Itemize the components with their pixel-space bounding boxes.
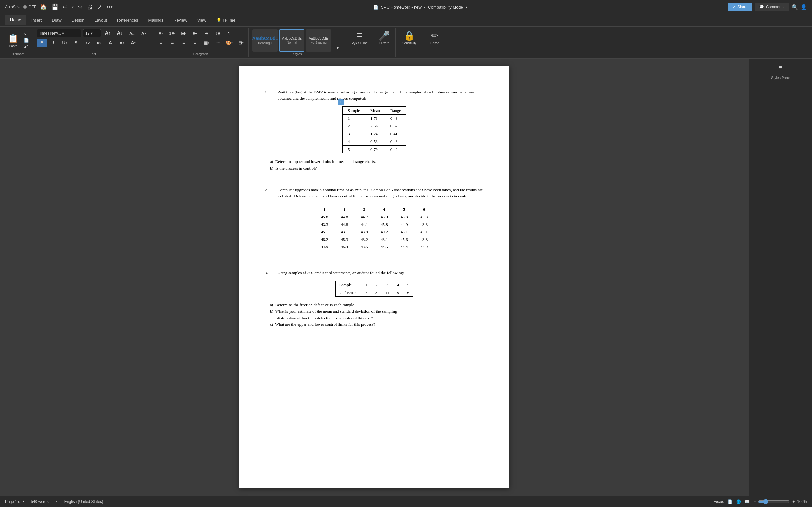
focus-button[interactable]: Focus xyxy=(714,499,724,504)
editor-button[interactable]: ✏ Editor xyxy=(428,29,441,46)
table-row: 3 1.24 0.41 xyxy=(343,130,406,138)
highlight-button[interactable]: A▾ xyxy=(117,39,127,47)
share-toggle-icon[interactable]: ↗ xyxy=(97,3,102,10)
decrease-indent-button[interactable]: ⇤ xyxy=(190,29,200,38)
zoom-in-icon[interactable]: + xyxy=(792,499,795,504)
undo-icon[interactable]: ↩ xyxy=(63,3,67,10)
zoom-out-icon[interactable]: − xyxy=(753,499,756,504)
zoom-level[interactable]: 100% xyxy=(797,499,807,504)
tab-review[interactable]: Review xyxy=(168,15,192,25)
title-bar-left: AutoSave OFF 🏠 💾 ↩ ▾ ↪ 🖨 ↗ ••• xyxy=(5,3,113,10)
no-spacing-preset[interactable]: AaBbCcDdE No Spacing xyxy=(306,30,331,52)
tab-mailings[interactable]: Mailings xyxy=(143,15,169,25)
align-left-button[interactable]: ≡ xyxy=(156,39,166,47)
font-color-button[interactable]: A xyxy=(105,39,115,47)
tab-tell-me[interactable]: 💡 Tell me xyxy=(211,15,241,25)
autosave-control[interactable]: AutoSave OFF xyxy=(5,5,36,9)
sensitivity-button[interactable]: 🔒 Sensitivity xyxy=(400,29,419,46)
t3-s5: 5 xyxy=(403,281,413,289)
t2r1c1: 45.8 xyxy=(315,213,335,221)
font-name-dropdown[interactable]: Times New... ▾ xyxy=(37,29,81,38)
align-center-button[interactable]: ≡ xyxy=(167,39,177,47)
home-icon[interactable]: 🏠 xyxy=(40,3,47,10)
cut-icon: ✂ xyxy=(24,32,27,37)
underline-button[interactable]: U▾ xyxy=(60,39,70,47)
comments-icon: 💬 xyxy=(759,5,764,9)
font-size-dropdown[interactable]: 12 ▾ xyxy=(83,29,101,38)
t2r1c5: 43.8 xyxy=(394,213,414,221)
tab-home[interactable]: Home xyxy=(5,15,26,25)
strikethrough-button[interactable]: S xyxy=(71,39,81,47)
bold-button[interactable]: B xyxy=(37,39,47,47)
print-layout-icon[interactable]: 📄 xyxy=(728,499,732,504)
superscript-button[interactable]: x2 xyxy=(94,39,104,47)
table-row: Sample 1 2 3 4 5 xyxy=(336,281,413,289)
multilevel-button[interactable]: ⊞▾ xyxy=(179,29,189,38)
font-grow-button[interactable]: A↑ xyxy=(103,29,113,38)
tab-view[interactable]: View xyxy=(192,15,211,25)
proofing-icon[interactable]: ✓ xyxy=(55,499,58,504)
tab-layout[interactable]: Layout xyxy=(90,15,112,25)
t2r1c3: 44.7 xyxy=(354,213,374,221)
profile-icon[interactable]: 👤 xyxy=(801,4,807,10)
subscript-button[interactable]: x2 xyxy=(83,39,93,47)
editor-icon: ✏ xyxy=(431,31,438,41)
doc-page[interactable]: 1. Wait time (hrs) at the DMV is monitor… xyxy=(240,66,509,488)
save-icon[interactable]: 💾 xyxy=(51,3,58,10)
undo-dropdown-icon[interactable]: ▾ xyxy=(72,5,73,9)
tab-design[interactable]: Design xyxy=(67,15,90,25)
styles-pane-button[interactable]: ≡ xyxy=(356,29,362,41)
tab-draw[interactable]: Draw xyxy=(47,15,66,25)
columns-button[interactable]: ▦▾ xyxy=(201,39,212,47)
line-spacing-button[interactable]: ↕▾ xyxy=(213,39,223,47)
bullets-button[interactable]: ≡▾ xyxy=(156,29,166,38)
font-shrink-button[interactable]: A↓ xyxy=(115,29,125,38)
tab-insert[interactable]: Insert xyxy=(26,15,47,25)
share-button[interactable]: ↗ Share xyxy=(728,3,752,11)
cut-button[interactable]: ✂ xyxy=(22,32,30,37)
align-right-button[interactable]: ≡ xyxy=(179,39,189,47)
t3-s1: 1 xyxy=(361,281,371,289)
shading-button[interactable]: 🎨▾ xyxy=(224,39,235,47)
tab-references[interactable]: References xyxy=(112,15,143,25)
styles-pane-panel-icon[interactable]: ≡ xyxy=(778,64,782,72)
borders-button[interactable]: ⊞▾ xyxy=(236,39,246,47)
show-formatting-button[interactable]: ¶ xyxy=(224,29,235,38)
language-indicator[interactable]: English (United States) xyxy=(64,499,103,504)
doc-scroll[interactable]: 1. Wait time (hrs) at the DMV is monitor… xyxy=(0,59,749,496)
dictate-button[interactable]: 🎤 Dictate xyxy=(376,29,392,46)
autosave-dot xyxy=(23,5,27,9)
italic-button[interactable]: I xyxy=(48,39,58,47)
styles-more-button[interactable]: ▾ xyxy=(333,43,343,52)
font-size-arrow: ▾ xyxy=(91,31,93,36)
text-color-button[interactable]: A▾ xyxy=(128,39,138,47)
increase-indent-button[interactable]: ⇥ xyxy=(201,29,212,38)
t2r4c4: 43.1 xyxy=(374,236,394,243)
normal-preset[interactable]: AaBbCcDdE Normal xyxy=(279,30,305,52)
reader-icon[interactable]: 📖 xyxy=(745,499,750,504)
justify-button[interactable]: ≡ xyxy=(190,39,200,47)
paste-button[interactable]: 📋 Paste xyxy=(5,32,21,49)
heading1-preset[interactable]: AaBbCcDd1 Heading 1 xyxy=(252,30,278,52)
zoom-slider[interactable] xyxy=(758,499,790,504)
format-painter-button[interactable]: 🖌 xyxy=(22,44,30,49)
print-icon[interactable]: 🖨 xyxy=(87,4,93,10)
problem-2-table: 1 2 3 4 5 6 45.8 44.8 44.7 45.9 43 xyxy=(315,206,434,250)
sort-button[interactable]: ↕A xyxy=(213,29,223,38)
search-icon[interactable]: 🔍 xyxy=(792,4,798,10)
t2r5c1: 44.9 xyxy=(315,243,335,250)
comments-button[interactable]: 💬 Comments xyxy=(755,3,789,11)
font-case-button[interactable]: Aa xyxy=(127,29,137,38)
copy-button[interactable]: 📄 xyxy=(22,38,30,43)
numbering-button[interactable]: 1≡▾ xyxy=(167,29,177,38)
problem-3-sub-b: b) What is your estimate of the mean and… xyxy=(270,308,484,322)
subtitle-dropdown-icon[interactable]: ▾ xyxy=(466,5,467,9)
style-presets: AaBbCcDd1 Heading 1 AaBbCcDdE Normal AaB… xyxy=(252,30,343,52)
font-clear-button[interactable]: A✕ xyxy=(139,29,149,38)
t1r1-sample: 1 xyxy=(343,114,365,122)
table-add-btn[interactable]: + xyxy=(338,100,344,105)
more-icon[interactable]: ••• xyxy=(107,4,113,10)
share-label: Share xyxy=(738,5,748,9)
redo-icon[interactable]: ↪ xyxy=(78,3,83,10)
web-layout-icon[interactable]: 🌐 xyxy=(736,499,741,504)
